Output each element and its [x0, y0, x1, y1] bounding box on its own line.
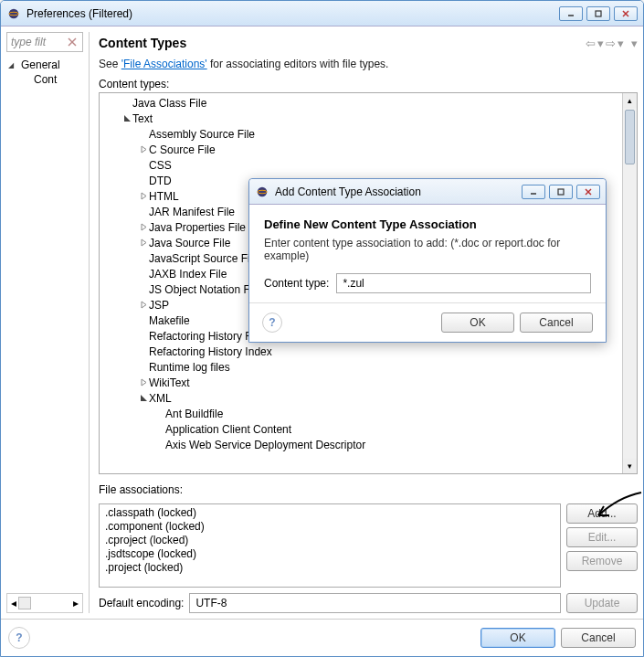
scroll-thumb[interactable]	[18, 597, 31, 609]
tree-item-label: Axis Web Service Deployment Descriptor	[165, 439, 365, 451]
modal-cancel-button[interactable]: Cancel	[520, 313, 593, 333]
modal-minimize-button[interactable]	[522, 185, 545, 199]
twisty-icon: ◢	[8, 61, 19, 69]
tree-item-label: Ant Buildfile	[165, 408, 223, 420]
tree-item-label: JAXB Index File	[149, 268, 227, 281]
tree-item[interactable]: C Source File	[105, 142, 617, 157]
tree-item[interactable]: Axis Web Service Deployment Descriptor	[105, 437, 617, 452]
tree-item-label: JS Object Notation File	[149, 283, 261, 296]
twisty-collapsed-icon[interactable]	[138, 378, 149, 387]
tree-item-label: JAR Manifest File	[149, 206, 235, 218]
file-associations-list[interactable]: .classpath (locked).component (locked).c…	[99, 503, 561, 588]
svg-rect-11	[558, 189, 564, 195]
tree-item-label: Java Source File	[149, 237, 230, 249]
scroll-down-icon[interactable]: ▾	[623, 459, 637, 473]
tree-item-label: Refactoring History Index	[149, 345, 272, 358]
twisty-expanded-icon[interactable]	[138, 394, 149, 402]
file-associations-link[interactable]: 'File Associations'	[121, 58, 207, 70]
scroll-left-icon[interactable]: ◂	[11, 597, 16, 609]
maximize-button[interactable]	[586, 6, 610, 21]
clear-filter-icon[interactable]	[66, 36, 79, 48]
filter-input[interactable]: type filt	[6, 32, 83, 52]
page-heading: Content Types	[99, 36, 586, 50]
tree-item-label: Runtime log files	[149, 361, 230, 374]
svg-point-0	[9, 8, 19, 18]
assoc-item[interactable]: .jsdtscope (locked)	[105, 547, 554, 561]
modal-ok-button[interactable]: OK	[441, 313, 514, 333]
remove-button[interactable]: Remove	[566, 551, 638, 571]
content-types-label: Content types:	[99, 74, 638, 92]
tree-item[interactable]: Ant Buildfile	[105, 406, 617, 421]
filter-placeholder: type filt	[11, 36, 46, 48]
tree-item[interactable]: WikiText	[105, 375, 617, 390]
add-button[interactable]: Add...	[566, 503, 638, 524]
minimize-button[interactable]	[559, 6, 583, 21]
tree-item-label: JavaScript Source File	[149, 252, 259, 265]
default-encoding-input[interactable]: UTF-8	[189, 593, 561, 613]
nav-item[interactable]: ◢General	[8, 58, 81, 72]
nav-pane: type filt ◢GeneralCont ◂ ▸	[6, 32, 83, 613]
page-nav-arrows: ⇦▾ ⇨▾ ▾	[586, 37, 638, 50]
back-icon[interactable]: ⇦	[586, 37, 596, 50]
tree-item[interactable]: Runtime log files	[105, 359, 617, 375]
tree-item-label: Java Class File	[132, 97, 206, 110]
forward-icon[interactable]: ⇨	[606, 37, 616, 50]
scroll-thumb[interactable]	[625, 110, 635, 164]
close-button[interactable]	[614, 6, 638, 21]
tree-item[interactable]: CSS	[105, 157, 617, 173]
window-title: Preferences (Filtered)	[26, 7, 559, 20]
tree-scrollbar[interactable]: ▴ ▾	[622, 93, 637, 473]
twisty-collapsed-icon[interactable]	[138, 223, 149, 231]
tree-item-label: Java Properties File	[149, 221, 246, 234]
tree-item[interactable]: Java Class File	[105, 95, 617, 111]
tree-item-label: DTD	[149, 175, 172, 187]
cancel-button[interactable]: Cancel	[561, 628, 636, 648]
edit-button[interactable]: Edit...	[566, 527, 638, 547]
menu-icon[interactable]: ▾	[631, 37, 638, 50]
modal-maximize-button[interactable]	[549, 185, 573, 199]
tree-item-label: Assembly Source File	[149, 128, 255, 141]
nav-item-label: Cont	[34, 73, 57, 86]
tree-item-label: Text	[132, 112, 153, 125]
modal-close-button[interactable]	[576, 185, 600, 199]
tree-item-label: Refactoring History File	[149, 330, 263, 343]
tree-item[interactable]: Application Client Content	[105, 421, 617, 437]
nav-tree[interactable]: ◢GeneralCont	[6, 56, 83, 589]
eclipse-icon	[6, 6, 21, 21]
modal-help-icon[interactable]: ?	[262, 313, 282, 333]
add-content-type-dialog: Add Content Type Association Define New …	[248, 178, 607, 343]
twisty-collapsed-icon[interactable]	[138, 301, 149, 309]
twisty-collapsed-icon[interactable]	[138, 145, 149, 154]
scroll-up-icon[interactable]: ▴	[623, 93, 637, 108]
tree-item[interactable]: Assembly Source File	[105, 126, 617, 142]
tree-item[interactable]: Refactoring History Index	[105, 344, 617, 359]
scroll-right-icon[interactable]: ▸	[73, 597, 79, 609]
tree-item-label: CSS	[149, 159, 172, 172]
ok-button[interactable]: OK	[480, 628, 555, 648]
svg-point-8	[258, 186, 268, 196]
twisty-collapsed-icon[interactable]	[138, 192, 149, 200]
assoc-item[interactable]: .project (locked)	[105, 561, 554, 575]
back-menu-icon[interactable]: ▾	[597, 37, 604, 50]
content-type-input[interactable]: *.zul	[336, 273, 591, 293]
help-icon[interactable]: ?	[8, 627, 30, 649]
modal-heading: Define New Content Type Association	[264, 217, 591, 231]
tree-item-label: WikiText	[149, 376, 190, 389]
twisty-expanded-icon[interactable]	[121, 114, 132, 122]
update-button[interactable]: Update	[566, 593, 638, 613]
nav-bottom-toolbar: ◂ ▸	[6, 593, 83, 613]
modal-description: Enter content type association to add: (…	[264, 237, 591, 262]
titlebar[interactable]: Preferences (Filtered)	[1, 1, 643, 26]
modal-titlebar[interactable]: Add Content Type Association	[249, 179, 606, 205]
forward-menu-icon[interactable]: ▾	[618, 37, 624, 50]
tree-item[interactable]: Text	[105, 111, 617, 126]
content-type-label: Content type:	[264, 277, 329, 290]
assoc-item[interactable]: .cproject (locked)	[105, 534, 554, 547]
tree-item-label: Makefile	[149, 314, 190, 327]
tree-item[interactable]: XML	[105, 390, 617, 406]
nav-item-label: General	[21, 58, 60, 71]
assoc-item[interactable]: .component (locked)	[105, 520, 554, 534]
nav-item[interactable]: Cont	[8, 72, 81, 87]
twisty-collapsed-icon[interactable]	[138, 238, 149, 247]
assoc-item[interactable]: .classpath (locked)	[105, 506, 554, 520]
